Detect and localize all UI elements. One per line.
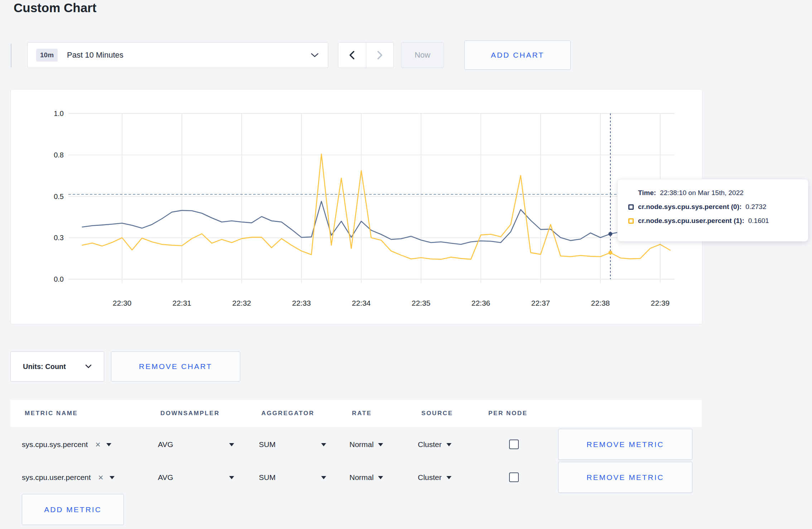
time-window-label: Past 10 Minutes [67,50,124,60]
time-window-dropdown[interactable]: 10m Past 10 Minutes [27,42,328,68]
remove-metric-button[interactable]: REMOVE METRIC [558,429,692,460]
source-value: Cluster [418,440,442,449]
rate-dropdown-arrow[interactable] [378,476,383,479]
rate-value: Normal [349,473,374,482]
rate-dropdown-arrow[interactable] [378,443,383,446]
chevron-down-icon [311,53,319,58]
column-header: DOWNSAMPLER [160,400,220,427]
time-window-badge: 10m [36,49,58,62]
chevron-left-icon [349,50,355,60]
aggregator-dropdown-arrow[interactable] [321,476,326,479]
rate-cell[interactable]: Normal [349,439,383,450]
downsampler-cell[interactable]: AVG [158,472,173,483]
per-node-checkbox[interactable] [509,440,519,449]
clear-metric-icon[interactable]: ✕ [98,474,104,482]
x-axis-tick-label: 22:38 [591,299,610,307]
time-window-prev-button[interactable] [338,43,366,68]
chart-tooltip: Time: 22:38:10 on Mar 15th, 2022 cr.node… [617,179,808,242]
aggregator-cell[interactable]: SUM [259,472,276,483]
clear-metric-icon[interactable]: ✕ [95,441,101,449]
tooltip-series-value: 0.2732 [745,203,766,211]
per-node-checkbox[interactable] [509,472,519,482]
metric-name-value: sys.cpu.user.percent [22,473,91,482]
page-title: Custom Chart [14,1,96,15]
tooltip-series-name: cr.node.sys.cpu.user.percent (1): [638,217,744,225]
crosshair-point [608,232,612,236]
series-color-swatch-icon [628,204,634,210]
source-cell[interactable]: Cluster [418,439,451,450]
y-axis-tick-label: 0.5 [54,193,64,200]
x-axis-tick-label: 22:33 [292,299,311,307]
x-axis-tick-label: 22:39 [651,299,670,307]
x-axis-tick-label: 22:31 [173,299,192,307]
custom-chart-page: Custom Chart 10m Past 10 Minutes Now ADD… [0,0,812,529]
chevron-right-icon [377,50,383,60]
aggregator-cell[interactable]: SUM [259,439,276,450]
column-header: RATE [352,400,372,427]
source-value: Cluster [418,473,442,482]
metric-name-cell: sys.cpu.user.percent✕ [22,472,115,483]
metric-name-cell: sys.cpu.sys.percent✕ [22,439,111,450]
toolbar-divider [11,44,11,67]
tooltip-series-row: cr.node.sys.cpu.sys.percent (0):0.2732 [628,203,798,211]
now-button[interactable]: Now [401,42,444,68]
tooltip-series-name: cr.node.sys.cpu.sys.percent (0): [638,203,741,211]
metric-name-dropdown-arrow[interactable] [106,443,111,446]
downsampler-cell[interactable]: AVG [158,439,173,450]
source-cell[interactable]: Cluster [418,472,451,483]
metric-name-dropdown-arrow[interactable] [110,476,115,479]
column-header: AGGREGATOR [261,400,314,427]
units-label: Units: Count [23,363,66,371]
x-axis-tick-label: 22:35 [412,299,431,307]
time-window-nav [338,42,394,68]
y-axis-tick-label: 0.0 [54,275,64,283]
source-dropdown-arrow[interactable] [446,476,451,479]
time-window-next-button[interactable] [366,43,394,68]
aggregator-dropdown-arrow-cell [321,439,326,450]
downsampler-dropdown-arrow-cell [229,472,234,483]
metrics-table-header: METRIC NAMEDOWNSAMPLERAGGREGATORRATESOUR… [10,400,702,427]
y-axis-tick-label: 0.8 [54,151,64,159]
y-axis-tick-label: 0.3 [54,234,64,242]
aggregator-dropdown-arrow-cell [321,472,326,483]
column-header: SOURCE [421,400,453,427]
downsampler-dropdown-arrow[interactable] [229,443,234,446]
remove-metric-button[interactable]: REMOVE METRIC [558,462,692,493]
remove-chart-button[interactable]: REMOVE CHART [111,351,240,382]
x-axis-tick-label: 22:30 [113,299,132,307]
chevron-down-icon [85,364,92,369]
units-dropdown[interactable]: Units: Count [10,351,104,382]
add-chart-button[interactable]: ADD CHART [464,40,571,70]
tooltip-time-row: Time: 22:38:10 on Mar 15th, 2022 [628,189,798,197]
aggregator-dropdown-arrow[interactable] [321,443,326,446]
crosshair-point [608,251,612,254]
downsampler-dropdown-arrow-cell [229,439,234,450]
tooltip-time-label: Time: [638,189,656,197]
chart-card: 0.00.30.50.81.022:3022:3122:3222:3322:34… [10,89,702,324]
tooltip-series-row: cr.node.sys.cpu.user.percent (1):0.1601 [628,217,798,225]
tooltip-time-value: 22:38:10 on Mar 15th, 2022 [660,189,743,197]
y-axis-tick-label: 1.0 [54,110,64,117]
x-axis-tick-label: 22:34 [352,299,371,307]
metric-name-value: sys.cpu.sys.percent [22,440,88,449]
column-header: METRIC NAME [25,400,78,427]
source-dropdown-arrow[interactable] [446,443,451,446]
series-color-swatch-icon [628,218,634,224]
downsampler-dropdown-arrow[interactable] [229,476,234,479]
x-axis-tick-label: 22:32 [232,299,251,307]
x-axis-tick-label: 22:37 [531,299,550,307]
series-line-1 [82,154,670,259]
x-axis-tick-label: 22:36 [472,299,490,307]
tooltip-series-value: 0.1601 [748,217,769,225]
column-header: PER NODE [488,400,528,427]
metrics-line-chart: 0.00.30.50.81.022:3022:3122:3222:3322:34… [11,89,702,324]
rate-value: Normal [349,440,374,449]
add-metric-button[interactable]: ADD METRIC [22,494,124,525]
rate-cell[interactable]: Normal [349,472,383,483]
